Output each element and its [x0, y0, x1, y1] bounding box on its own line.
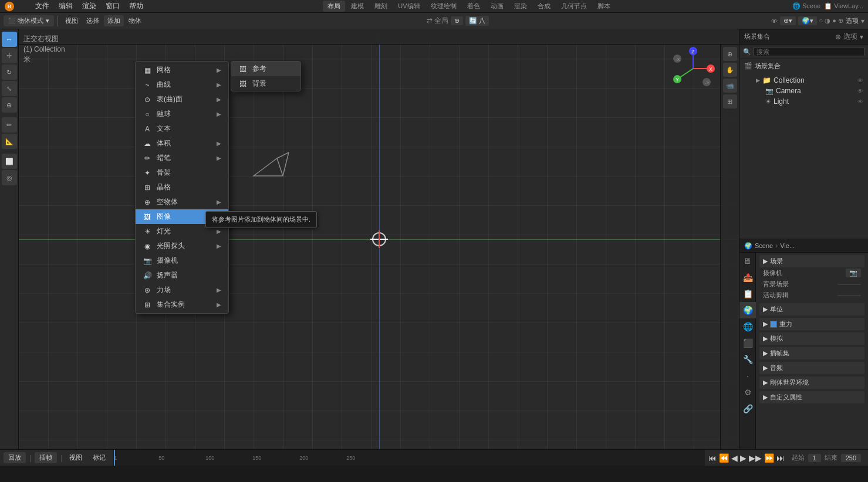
camera-view-btn[interactable]: 📹: [723, 79, 737, 93]
camera-prop-value[interactable]: 📷: [846, 269, 861, 277]
tool-annotate[interactable]: ✏: [2, 117, 17, 133]
add-speaker[interactable]: 🔊 扬声器: [136, 268, 228, 283]
shading-options[interactable]: ○ ◑ ● ⊕: [819, 17, 843, 25]
tool-add-cube[interactable]: ⬜: [2, 154, 17, 169]
gizmo-options-icon[interactable]: 🌍▾: [798, 16, 817, 25]
simulation-header[interactable]: ▶ 模拟: [759, 332, 864, 345]
selection-options[interactable]: 选项: [846, 16, 859, 25]
add-empty[interactable]: ⊕ 空物体 ▶: [136, 195, 228, 209]
menu-file[interactable]: 文件: [33, 1, 52, 11]
workspace-tab-uv[interactable]: UV编辑: [393, 1, 424, 12]
viewport-options-icon[interactable]: 👁: [771, 18, 778, 25]
workspace-tab-geonodes[interactable]: 几何节点: [556, 1, 592, 12]
prop-tab-modifiers[interactable]: 🔧: [739, 351, 756, 368]
step-fwd-btn[interactable]: ⏩: [764, 453, 774, 463]
active-clip-value[interactable]: [837, 295, 861, 296]
tool-rotate[interactable]: ↻: [2, 65, 17, 80]
add-lightprobe[interactable]: ◉ 光照探头 ▶: [136, 239, 228, 253]
prop-tab-view-layer[interactable]: 📋: [739, 286, 756, 302]
workspace-tab-compositing[interactable]: 合成: [533, 1, 555, 12]
tool-select[interactable]: ↔: [2, 32, 17, 47]
prop-tab-object[interactable]: ⬛: [739, 335, 756, 351]
outliner-light[interactable]: ☀ Light 👁: [739, 96, 868, 107]
object-menu-btn[interactable]: 物体: [125, 15, 145, 26]
gravity-checkbox[interactable]: [770, 321, 777, 328]
prev-keyframe-btn[interactable]: ◀: [731, 453, 738, 463]
tool-transform[interactable]: ⊕: [2, 97, 17, 113]
overlay-options-icon[interactable]: ⊕▾: [780, 16, 796, 25]
snap-btn[interactable]: ⊕: [451, 16, 463, 25]
outliner-camera[interactable]: 📷 Camera 👁: [739, 86, 868, 96]
workspace-tab-rendering[interactable]: 渲染: [509, 1, 532, 12]
add-mesh[interactable]: ▦ 网格 ▶: [136, 63, 228, 77]
tool-move[interactable]: ✛: [2, 48, 17, 63]
add-forcefield[interactable]: ⊛ 力场 ▶: [136, 283, 228, 297]
visibility-icon[interactable]: 👁: [857, 77, 863, 84]
playback-dropdown[interactable]: 回放: [4, 452, 26, 463]
next-keyframe-btn[interactable]: ▶▶: [749, 453, 762, 463]
tool-cursor[interactable]: ◎: [2, 170, 17, 185]
step-back-btn[interactable]: ⏪: [719, 453, 729, 463]
add-camera[interactable]: 📷 摄像机: [136, 253, 228, 268]
keyframe-dropdown[interactable]: 插帧: [35, 452, 57, 463]
workspace-tab-modeling[interactable]: 建模: [346, 1, 369, 12]
current-frame-value[interactable]: 1: [808, 454, 821, 462]
add-lattice[interactable]: ⊞ 晶格: [136, 180, 228, 195]
menu-help[interactable]: 帮助: [127, 1, 146, 11]
add-armature[interactable]: ✦ 骨架: [136, 165, 228, 180]
play-btn[interactable]: ▶: [740, 453, 747, 463]
prop-tab-particles[interactable]: ·: [739, 368, 756, 384]
rigidbody-header[interactable]: ▶ 刚体世界环境: [759, 376, 864, 389]
add-greasepencil[interactable]: ✏ 蜡笔 ▶: [136, 151, 228, 165]
search-input[interactable]: [754, 47, 864, 56]
prop-tab-constraints[interactable]: 🔗: [739, 400, 756, 417]
outliner-filter-icon[interactable]: ⊕: [835, 33, 841, 41]
outliner-options-icon[interactable]: 选项: [843, 32, 857, 42]
bg-scene-value[interactable]: [837, 284, 861, 285]
workspace-tab-scripting[interactable]: 脚本: [593, 1, 615, 12]
zoom-to-fit-btn[interactable]: ⊕: [723, 47, 737, 61]
workspace-tab-shading[interactable]: 着色: [462, 1, 485, 12]
prop-tab-physics[interactable]: ⚙: [739, 384, 756, 400]
prop-tab-render[interactable]: 🖥: [739, 253, 756, 269]
selection-dropdown[interactable]: ▾: [861, 17, 864, 25]
tool-measure[interactable]: 📐: [2, 134, 17, 149]
viewport-3d[interactable]: 正交右视图 (1) Collection 米 Z: [19, 29, 739, 449]
prop-tab-world[interactable]: 🌐: [739, 318, 756, 335]
light-vis-icon[interactable]: 👁: [857, 99, 863, 105]
menu-render[interactable]: 渲染: [80, 1, 99, 11]
add-volume[interactable]: ☁ 体积 ▶: [136, 136, 228, 151]
add-text[interactable]: A 文本: [136, 121, 228, 136]
ref-image-item[interactable]: 🖼 参考: [231, 62, 300, 76]
add-surface[interactable]: ⊙ 表(曲)面 ▶: [136, 92, 228, 107]
pan-btn[interactable]: ✋: [723, 63, 737, 77]
menu-window[interactable]: 窗口: [103, 1, 122, 11]
scene-section-header[interactable]: ▶ 场景: [759, 255, 864, 267]
outliner-collection[interactable]: ▶ 📁 Collection 👁: [739, 75, 868, 86]
proportional-btn[interactable]: 🔄 八: [465, 16, 489, 26]
units-header[interactable]: ▶ 单位: [759, 303, 864, 315]
grid-btn[interactable]: ⊞: [723, 94, 737, 108]
bg-image-item[interactable]: 🖼 背景: [231, 76, 300, 91]
custom-props-header[interactable]: ▶ 自定义属性: [759, 391, 864, 403]
gravity-header[interactable]: ▶ 重力: [759, 318, 864, 330]
prop-tab-output[interactable]: 📤: [739, 269, 756, 286]
jump-end-btn[interactable]: ⏭: [776, 453, 785, 463]
prop-tab-scene[interactable]: 🌍: [739, 302, 756, 318]
workspace-tab-layout[interactable]: 布局: [323, 1, 345, 12]
view-tl-btn[interactable]: 视图: [66, 452, 86, 463]
audio-header[interactable]: ▶ 音频: [759, 362, 864, 374]
markers-btn[interactable]: 标记: [89, 452, 109, 463]
jump-start-btn[interactable]: ⏮: [708, 453, 717, 463]
outliner-options-chevron[interactable]: ▾: [860, 33, 863, 41]
mode-selector[interactable]: ⬛ 物体模式 ▾: [4, 15, 54, 26]
workspace-tab-texture[interactable]: 纹理绘制: [426, 1, 461, 12]
select-menu-btn[interactable]: 选择: [83, 15, 103, 26]
keyingset-header[interactable]: ▶ 插帧集: [759, 347, 864, 359]
add-curve[interactable]: ~ 曲线 ▶: [136, 77, 228, 92]
workspace-tab-animation[interactable]: 动画: [486, 1, 508, 12]
menu-edit[interactable]: 编辑: [56, 1, 75, 11]
add-metaball[interactable]: ○ 融球 ▶: [136, 107, 228, 121]
camera-vis-icon[interactable]: 👁: [857, 88, 863, 94]
add-menu-btn[interactable]: 添加: [104, 15, 124, 26]
